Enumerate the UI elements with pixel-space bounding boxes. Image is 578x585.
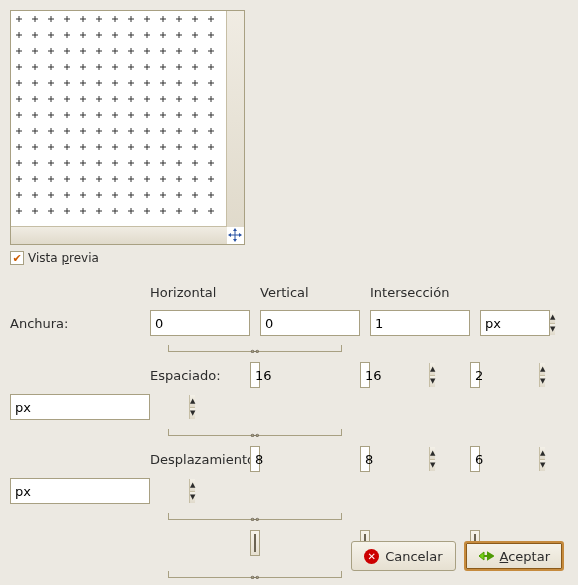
chain-icon: ⚯ <box>251 514 259 525</box>
width-link[interactable]: ⚯ <box>150 342 360 356</box>
preview-scrollbar-horizontal[interactable] <box>11 226 227 244</box>
spacing-intersection-input[interactable]: ▲▼ <box>470 362 480 388</box>
width-intersection-input[interactable]: ▲▼ <box>370 310 470 336</box>
preview-checkbox[interactable]: ✔ <box>10 251 24 265</box>
chain-icon: ⚯ <box>251 346 259 357</box>
preview-scrollbar-vertical[interactable] <box>226 11 244 227</box>
spin-up-icon[interactable]: ▲ <box>190 479 195 492</box>
width-unit-select[interactable]: ▲▼ <box>480 310 550 336</box>
row-label-spacing: Espaciado: <box>150 368 250 383</box>
cancel-button-label: Cancelar <box>385 549 442 564</box>
preview-checkbox-label[interactable]: Vista previa <box>28 251 99 265</box>
preview-canvas <box>11 11 226 226</box>
column-header-intersection: Intersección <box>370 285 470 304</box>
offset-horizontal-input[interactable]: ▲▼ <box>250 446 260 472</box>
spacing-horizontal-input[interactable]: ▲▼ <box>250 362 260 388</box>
settings-table: Horizontal Vertical Intersección Anchura… <box>10 285 568 585</box>
offset-intersection-input[interactable]: ▲▼ <box>470 446 480 472</box>
offset-link[interactable]: ⚯ <box>150 510 360 524</box>
cancel-icon: ✕ <box>364 549 379 564</box>
width-horizontal-input[interactable]: ▲▼ <box>150 310 250 336</box>
spin-down-icon[interactable]: ▼ <box>190 408 195 420</box>
spin-up-icon[interactable]: ▲ <box>190 395 195 408</box>
color-link[interactable]: ⚯ <box>150 568 360 582</box>
chain-icon: ⚯ <box>251 430 259 441</box>
spacing-vertical-input[interactable]: ▲▼ <box>360 362 370 388</box>
cancel-button[interactable]: ✕ Cancelar <box>351 541 455 571</box>
spacing-link[interactable]: ⚯ <box>150 426 360 440</box>
preview-area <box>10 10 245 245</box>
preview-move-handle[interactable] <box>226 226 244 244</box>
row-label-offset: Desplazamiento: <box>150 452 250 467</box>
chain-icon: ⚯ <box>251 572 259 583</box>
spacing-unit-select[interactable]: ▲▼ <box>10 394 150 420</box>
offset-unit-select[interactable]: ▲▼ <box>10 478 150 504</box>
accept-button-label: Aceptar <box>500 549 550 564</box>
row-label-width: Anchura: <box>10 316 150 331</box>
accept-button[interactable]: Aceptar <box>464 541 564 571</box>
column-header-horizontal: Horizontal <box>150 285 250 304</box>
color-horizontal-button[interactable] <box>250 530 260 556</box>
width-vertical-input[interactable]: ▲▼ <box>260 310 360 336</box>
column-header-vertical: Vertical <box>260 285 360 304</box>
offset-vertical-input[interactable]: ▲▼ <box>360 446 370 472</box>
spin-down-icon[interactable]: ▼ <box>190 492 195 504</box>
accept-icon <box>478 549 494 563</box>
